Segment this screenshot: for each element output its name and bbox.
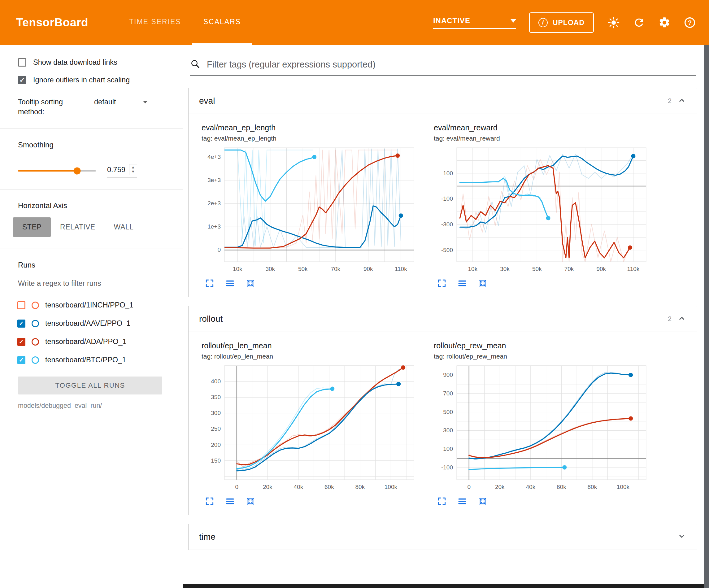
svg-text:300: 300: [443, 427, 453, 434]
status-dropdown-value: INACTIVE: [433, 17, 470, 25]
svg-text:90k: 90k: [596, 266, 606, 272]
axis-option-step[interactable]: STEP: [13, 218, 51, 237]
svg-text:350: 350: [211, 394, 221, 400]
brightness-icon[interactable]: [607, 16, 621, 29]
line-chart[interactable]: 020k40k60k80k100k150200250300350400: [202, 361, 418, 494]
card-header-time[interactable]: time: [188, 524, 697, 550]
fit-domain-icon: [245, 496, 256, 506]
data-table-button[interactable]: [224, 277, 236, 289]
fullscreen-button[interactable]: [436, 495, 448, 508]
svg-text:500: 500: [443, 409, 453, 415]
run-color-radio[interactable]: [32, 320, 39, 327]
svg-text:30k: 30k: [265, 266, 275, 272]
svg-text:3e+3: 3e+3: [207, 177, 221, 183]
runs-footer-path: models/debugged_eval_run/: [18, 402, 183, 410]
fit-domain-button[interactable]: [244, 495, 257, 508]
scalars-main: eval2eval/mean_ep_lengthtag: eval/mean_e…: [183, 45, 704, 588]
fit-domain-button[interactable]: [244, 277, 257, 289]
scrollbar-thumb[interactable]: [704, 45, 709, 588]
run-color-radio[interactable]: [32, 338, 39, 346]
tooltip-sorting-select[interactable]: default: [94, 98, 148, 109]
run-checkbox[interactable]: [17, 319, 25, 328]
line-chart[interactable]: 10k30k50k70k90k110k100-100-300-500: [434, 143, 651, 277]
svg-text:40k: 40k: [526, 484, 535, 490]
show-download-links-checkbox[interactable]: Show data download links: [18, 58, 183, 67]
card-count: 2: [668, 315, 672, 323]
help-icon[interactable]: ?: [683, 16, 697, 29]
chart-eval-mean-reward: eval/mean_rewardtag: eval/mean_reward10k…: [434, 123, 660, 289]
fullscreen-button[interactable]: [203, 277, 216, 289]
number-stepper[interactable]: ▲▼: [129, 164, 137, 175]
tag-filter-input[interactable]: [206, 59, 696, 70]
checkbox-checked-icon[interactable]: [18, 76, 26, 84]
stepper-down-icon[interactable]: ▼: [131, 170, 135, 174]
fit-domain-button[interactable]: [476, 495, 489, 508]
svg-text:2e+3: 2e+3: [207, 200, 221, 207]
info-icon: i: [539, 18, 548, 27]
svg-text:60k: 60k: [324, 484, 334, 490]
svg-text:?: ?: [688, 19, 692, 26]
runs-filter-input[interactable]: [18, 277, 151, 291]
run-checkbox[interactable]: [17, 338, 25, 346]
run-row[interactable]: tensorboard/AAVE/PPO_1: [17, 314, 183, 333]
run-checkbox[interactable]: [17, 301, 25, 309]
line-chart[interactable]: 020k40k60k80k100k900700500300100-100: [434, 361, 651, 494]
run-row[interactable]: tensorboard/1INCH/PPO_1: [17, 296, 183, 314]
run-label: tensorboard/ADA/PPO_1: [45, 337, 127, 346]
chart-title: eval/mean_ep_length: [202, 123, 427, 132]
run-color-radio[interactable]: [32, 356, 39, 364]
svg-text:80k: 80k: [356, 484, 365, 490]
tab-scalars[interactable]: SCALARS: [192, 0, 252, 45]
data-table-button[interactable]: [224, 495, 236, 508]
svg-text:-100: -100: [441, 195, 453, 202]
svg-text:60k: 60k: [557, 484, 566, 490]
card-header-rollout[interactable]: rollout2: [188, 306, 697, 332]
divider: [0, 189, 183, 189]
upload-button[interactable]: i UPLOAD: [529, 12, 594, 33]
status-dropdown[interactable]: INACTIVE: [433, 17, 516, 29]
chevron-down-icon[interactable]: [677, 532, 686, 542]
help-icon: ?: [684, 17, 696, 29]
settings-icon[interactable]: [658, 16, 671, 29]
settings-sidebar: Show data download links Ignore outliers…: [0, 45, 183, 588]
run-color-radio[interactable]: [32, 302, 39, 309]
chevron-down-icon: [677, 532, 686, 541]
axis-option-relative[interactable]: RELATIVE: [51, 218, 105, 237]
card-time: time: [188, 524, 697, 550]
tab-time-series[interactable]: TIME SERIES: [118, 0, 192, 45]
tensorboard-app: TensorBoard TIME SERIESSCALARS INACTIVE …: [0, 0, 709, 588]
tag-filter-bar: [190, 59, 696, 76]
fullscreen-button[interactable]: [203, 495, 216, 508]
chevron-up-icon[interactable]: [677, 96, 686, 106]
card-header-eval[interactable]: eval2: [188, 88, 697, 114]
svg-text:400: 400: [211, 378, 221, 385]
run-row[interactable]: tensorboard/ADA/PPO_1: [17, 333, 183, 351]
vertical-scrollbar[interactable]: [704, 45, 709, 588]
run-checkbox[interactable]: [17, 356, 25, 364]
run-row[interactable]: tensorboard/BTC/PPO_1: [17, 351, 183, 369]
chart-eval-mean-ep-length: eval/mean_ep_lengthtag: eval/mean_ep_len…: [202, 123, 427, 289]
axis-option-wall[interactable]: WALL: [105, 218, 143, 237]
svg-text:70k: 70k: [331, 266, 340, 272]
stepper-up-icon[interactable]: ▲: [131, 165, 135, 170]
data-table-button[interactable]: [456, 277, 468, 289]
bottom-edge: [183, 584, 704, 588]
fullscreen-button[interactable]: [436, 277, 448, 289]
data-table-button[interactable]: [456, 495, 468, 508]
tag-group-cards: eval2eval/mean_ep_lengthtag: eval/mean_e…: [188, 88, 699, 550]
chart-title: eval/mean_reward: [434, 123, 660, 132]
card-header-right: 2: [668, 96, 686, 106]
smoothing-slider[interactable]: [18, 170, 96, 172]
chevron-up-icon[interactable]: [677, 314, 686, 324]
ignore-outliers-checkbox[interactable]: Ignore outliers in chart scaling: [18, 76, 183, 84]
horizontal-axis-heading: Horizontal Axis: [18, 201, 183, 210]
smoothing-value-input[interactable]: 0.759 ▲▼: [107, 164, 137, 177]
line-chart[interactable]: 10k30k50k70k90k110k01e+32e+33e+34e+3: [202, 143, 418, 277]
checkbox-unchecked-icon[interactable]: [18, 58, 26, 67]
refresh-icon[interactable]: [632, 16, 646, 29]
toggle-all-runs-button[interactable]: TOGGLE ALL RUNS: [18, 377, 162, 394]
run-label: tensorboard/AAVE/PPO_1: [45, 319, 130, 328]
slider-thumb[interactable]: [74, 167, 81, 174]
fit-domain-button[interactable]: [476, 277, 489, 289]
svg-text:100k: 100k: [385, 484, 397, 490]
